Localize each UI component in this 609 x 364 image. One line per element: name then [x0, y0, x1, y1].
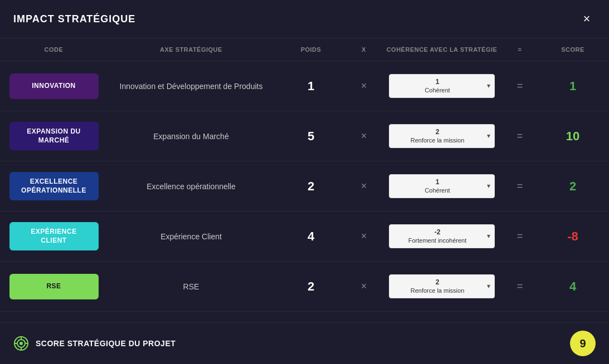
- coherence-display-0[interactable]: 1 Cohérent: [389, 74, 495, 99]
- axe-cell-3: Expérience Client: [108, 225, 275, 248]
- equals-sign-2: =: [517, 180, 523, 192]
- axe-cell-0: Innovation et Développement de Produits: [108, 75, 275, 97]
- score-cell-1: 10: [537, 122, 609, 150]
- multiply-cell-0: ×: [347, 73, 381, 99]
- score-value-2: 2: [569, 179, 576, 194]
- coherence-label-3: Fortement incohérent: [396, 237, 479, 244]
- score-cell-3: -8: [537, 223, 609, 250]
- coherence-wrapper-3[interactable]: -2 Fortement incohérent ▾: [389, 224, 495, 249]
- table-body: INNOVATION Innovation et Développement d…: [0, 61, 609, 322]
- coherence-display-1[interactable]: 2 Renforce la mission: [389, 124, 495, 149]
- multiply-sign-0: ×: [361, 80, 367, 92]
- axe-cell-4: RSE: [108, 276, 275, 298]
- footer: SCORE STRATÉGIQUE DU PROJET 9: [0, 322, 609, 364]
- th-coherence: COHÉRENCE AVEC LA STRATÉGIE: [381, 44, 503, 55]
- coherence-value-0: 1: [396, 78, 479, 87]
- coherence-label-2: Cohérent: [396, 186, 479, 194]
- axe-text-1: Expansion du Marché: [153, 132, 228, 141]
- coherence-wrapper-2[interactable]: 1 Cohérent ▾: [389, 174, 495, 199]
- coherence-label-0: Cohérent: [396, 86, 479, 94]
- code-cell-0: INNOVATION: [0, 67, 108, 106]
- poids-cell-0: 1: [275, 72, 347, 100]
- coherence-value-3: -2: [396, 228, 479, 237]
- coherence-cell-1[interactable]: 2 Renforce la mission ▾: [381, 117, 503, 155]
- table-row: EXCELLENCE OPÉRATIONNELLE Excellence opé…: [0, 161, 609, 211]
- dropdown-arrow-1: ▾: [487, 132, 490, 140]
- code-cell-1: EXPANSION DU MARCHÉ: [0, 115, 108, 157]
- coherence-wrapper-0[interactable]: 1 Cohérent ▾: [389, 74, 495, 99]
- equals-sign-1: =: [517, 130, 523, 142]
- multiply-sign-4: ×: [361, 281, 367, 292]
- score-cell-2: 2: [537, 173, 609, 200]
- table-row: EXPANSION DU MARCHÉ Expansion du Marché …: [0, 111, 609, 161]
- dropdown-arrow-0: ▾: [487, 82, 490, 90]
- th-multiply: X: [347, 44, 381, 55]
- coherence-cell-3[interactable]: -2 Fortement incohérent ▾: [381, 218, 503, 255]
- score-value-1: 10: [566, 129, 579, 144]
- axe-cell-2: Excellence opérationnelle: [108, 175, 275, 198]
- score-value-3: -8: [567, 229, 578, 244]
- th-poids: POIDS: [275, 44, 347, 55]
- poids-value-0: 1: [308, 79, 314, 94]
- coherence-cell-4[interactable]: 2 Renforce la mission ▾: [381, 268, 503, 306]
- poids-value-4: 2: [308, 279, 314, 294]
- coherence-display-4[interactable]: 2 Renforce la mission: [389, 274, 495, 299]
- poids-value-3: 4: [308, 229, 314, 244]
- dropdown-arrow-2: ▾: [487, 182, 490, 190]
- close-button[interactable]: ×: [578, 10, 596, 28]
- coherence-cell-0[interactable]: 1 Cohérent ▾: [381, 67, 503, 105]
- equals-cell-0: =: [503, 73, 537, 99]
- score-cell-4: 4: [537, 273, 609, 301]
- equals-cell-1: =: [503, 124, 537, 149]
- multiply-sign-1: ×: [361, 130, 367, 142]
- coherence-display-2[interactable]: 1 Cohérent: [389, 174, 495, 199]
- coherence-cell-2[interactable]: 1 Cohérent ▾: [381, 168, 503, 205]
- footer-left: SCORE STRATÉGIQUE DU PROJET: [13, 336, 176, 351]
- poids-cell-2: 2: [275, 173, 347, 200]
- poids-value-1: 5: [308, 129, 314, 144]
- equals-cell-2: =: [503, 174, 537, 199]
- axe-text-0: Innovation et Développement de Produits: [120, 82, 263, 91]
- modal-title: IMPACT STRATÉGIQUE: [13, 13, 135, 25]
- coherence-wrapper-4[interactable]: 2 Renforce la mission ▾: [389, 274, 495, 299]
- axe-text-4: RSE: [183, 282, 199, 291]
- code-badge-1: EXPANSION DU MARCHÉ: [9, 122, 99, 150]
- table-header: CODE AXE STRATÉGIQUE POIDS X COHÉRENCE A…: [0, 38, 609, 61]
- dropdown-arrow-4: ▾: [487, 282, 490, 290]
- coherence-display-3[interactable]: -2 Fortement incohérent: [389, 224, 495, 249]
- equals-sign-4: =: [517, 281, 523, 292]
- score-value-4: 4: [569, 279, 576, 294]
- coherence-wrapper-1[interactable]: 2 Renforce la mission ▾: [389, 124, 495, 149]
- modal-header: IMPACT STRATÉGIQUE ×: [0, 0, 609, 38]
- code-cell-4: RSE: [0, 267, 108, 306]
- poids-cell-1: 5: [275, 122, 347, 150]
- code-badge-4: RSE: [9, 274, 99, 299]
- th-code: CODE: [0, 44, 108, 55]
- code-badge-0: INNOVATION: [9, 73, 99, 99]
- code-badge-2: EXCELLENCE OPÉRATIONNELLE: [9, 172, 99, 200]
- poids-cell-3: 4: [275, 223, 347, 250]
- coherence-value-1: 2: [396, 128, 479, 137]
- th-equals: =: [503, 44, 537, 55]
- code-badge-3: EXPÉRIENCE CLIENT: [9, 222, 99, 250]
- coherence-label-4: Renforce la mission: [396, 287, 479, 294]
- score-cell-0: 1: [537, 72, 609, 100]
- equals-cell-3: =: [503, 224, 537, 249]
- table-row: INNOVATION Innovation et Développement d…: [0, 61, 609, 111]
- multiply-cell-1: ×: [347, 124, 381, 149]
- svg-point-2: [20, 342, 23, 345]
- coherence-label-1: Renforce la mission: [396, 136, 479, 144]
- equals-sign-0: =: [517, 80, 523, 92]
- axe-cell-1: Expansion du Marché: [108, 125, 275, 147]
- multiply-cell-2: ×: [347, 174, 381, 199]
- code-cell-3: EXPÉRIENCE CLIENT: [0, 215, 108, 257]
- multiply-cell-3: ×: [347, 224, 381, 249]
- modal: IMPACT STRATÉGIQUE × CODE AXE STRATÉGIQU…: [0, 0, 609, 364]
- dropdown-arrow-3: ▾: [487, 232, 490, 240]
- multiply-sign-2: ×: [361, 180, 367, 192]
- axe-text-2: Excellence opérationnelle: [147, 182, 236, 191]
- poids-cell-4: 2: [275, 273, 347, 301]
- coherence-value-4: 2: [396, 278, 479, 287]
- target-icon: [13, 336, 29, 351]
- table-row: EXPÉRIENCE CLIENT Expérience Client 4 × …: [0, 211, 609, 262]
